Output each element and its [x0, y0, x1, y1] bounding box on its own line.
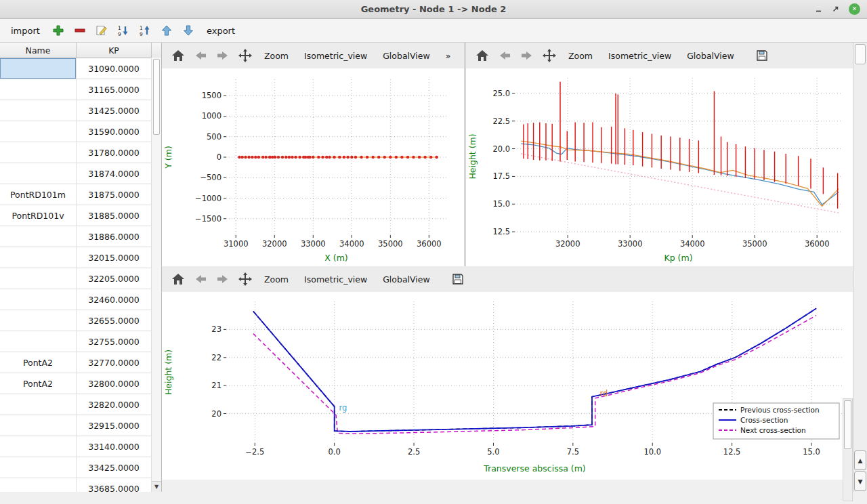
name-cell[interactable]: [0, 142, 77, 163]
zoom-button[interactable]: Zoom: [258, 47, 295, 64]
table-row[interactable]: 32015.0000: [0, 247, 161, 268]
zoom-button[interactable]: Zoom: [258, 271, 295, 288]
table-row[interactable]: 31090.0000: [0, 58, 161, 79]
table-row[interactable]: 32820.0000: [0, 394, 161, 415]
kp-cell[interactable]: 31165.0000: [77, 79, 152, 100]
home-icon[interactable]: [169, 272, 188, 287]
global-view-button[interactable]: GlobalView: [377, 271, 436, 288]
kp-cell[interactable]: 31425.0000: [77, 100, 152, 121]
save-icon[interactable]: [449, 272, 467, 287]
kp-cell[interactable]: 32820.0000: [77, 394, 152, 415]
restore-button[interactable]: [832, 5, 839, 13]
name-cell[interactable]: PontA2: [0, 352, 77, 373]
kp-cell[interactable]: 31590.0000: [77, 121, 152, 142]
kp-cell[interactable]: 31780.0000: [77, 142, 152, 163]
forward-icon[interactable]: [213, 49, 232, 62]
name-cell[interactable]: [0, 478, 77, 492]
import-button[interactable]: import: [8, 24, 43, 38]
table-row[interactable]: 31874.0000: [0, 163, 161, 184]
table-row[interactable]: 31165.0000: [0, 79, 161, 100]
column-header-name[interactable]: Name: [0, 43, 77, 58]
kp-cell[interactable]: 32800.0000: [77, 373, 152, 394]
kp-cell[interactable]: 31874.0000: [77, 163, 152, 184]
kp-cell[interactable]: 32770.0000: [77, 352, 152, 373]
table-row[interactable]: 32205.0000: [0, 268, 161, 289]
kp-cell[interactable]: 32915.0000: [77, 415, 152, 436]
isometric-view-button[interactable]: Isometric_view: [298, 47, 373, 64]
table-row[interactable]: 32755.0000: [0, 331, 161, 352]
back-icon[interactable]: [191, 49, 210, 62]
export-button[interactable]: export: [204, 24, 238, 38]
isometric-view-button[interactable]: Isometric_view: [298, 271, 373, 288]
move-down-icon[interactable]: [182, 24, 194, 37]
kp-cell[interactable]: 32655.0000: [77, 310, 152, 331]
table-row[interactable]: PontRD101m31875.0000: [0, 184, 161, 205]
home-icon[interactable]: [473, 48, 492, 63]
name-cell[interactable]: PontRD101m: [0, 184, 77, 205]
name-cell[interactable]: [0, 226, 77, 247]
kp-cell[interactable]: 32460.0000: [77, 289, 152, 310]
name-cell[interactable]: [0, 268, 77, 289]
name-cell[interactable]: [0, 79, 77, 100]
vertical-scrollbar[interactable]: ▲ ▼: [853, 43, 867, 492]
name-cell[interactable]: [0, 310, 77, 331]
table-row[interactable]: 32915.0000: [0, 415, 161, 436]
forward-icon[interactable]: [213, 272, 232, 286]
pan-icon[interactable]: [236, 271, 255, 287]
plan-view-chart[interactable]: 310003200033000340003500036000−1500−1000…: [162, 68, 464, 266]
add-row-icon[interactable]: [52, 24, 64, 37]
profile-chart[interactable]: 320003300034000350003600012.515.017.520.…: [466, 68, 853, 266]
name-cell[interactable]: [0, 457, 77, 478]
name-cell[interactable]: [0, 394, 77, 415]
minimize-button[interactable]: [815, 5, 822, 13]
table-row[interactable]: 31425.0000: [0, 100, 161, 121]
table-row[interactable]: 33425.0000: [0, 457, 161, 478]
table-row[interactable]: 32460.0000: [0, 289, 161, 310]
panel-scrollbar-thumb[interactable]: [844, 400, 851, 449]
kp-cell[interactable]: 31886.0000: [77, 226, 152, 247]
close-button[interactable]: ✕: [849, 3, 860, 15]
table-scrollbar-thumb[interactable]: [153, 59, 160, 135]
kp-cell[interactable]: 33425.0000: [77, 457, 152, 478]
move-up-icon[interactable]: [161, 24, 173, 37]
sort-ascending-icon[interactable]: 19: [139, 24, 151, 37]
name-cell[interactable]: [0, 415, 77, 436]
table-scroll-down-icon[interactable]: ▼: [152, 481, 161, 492]
kp-cell[interactable]: 32205.0000: [77, 268, 152, 289]
scroll-up-button[interactable]: ▲: [854, 450, 866, 470]
pan-icon[interactable]: [236, 47, 255, 64]
kp-cell[interactable]: 32015.0000: [77, 247, 152, 268]
table-row[interactable]: 32655.0000: [0, 310, 161, 331]
panel-scrollbar[interactable]: [843, 398, 853, 501]
forward-icon[interactable]: [517, 49, 536, 62]
edit-icon[interactable]: [96, 24, 108, 37]
vertical-scrollbar-thumb[interactable]: [855, 44, 866, 64]
kp-cell[interactable]: 31090.0000: [77, 58, 152, 79]
table-row[interactable]: PontA232770.0000: [0, 352, 161, 373]
name-cell[interactable]: PontA2: [0, 373, 77, 394]
name-cell[interactable]: [0, 100, 77, 121]
column-header-kp[interactable]: KP: [77, 43, 152, 58]
name-cell[interactable]: [0, 121, 77, 142]
name-cell[interactable]: [0, 436, 77, 457]
scroll-down-button[interactable]: ▼: [854, 471, 866, 491]
back-icon[interactable]: [191, 272, 210, 286]
global-view-button[interactable]: GlobalView: [377, 47, 436, 64]
table-row[interactable]: 33140.0000: [0, 436, 161, 457]
home-icon[interactable]: [169, 48, 188, 63]
isometric-view-button[interactable]: Isometric_view: [602, 47, 677, 64]
name-cell[interactable]: [0, 331, 77, 352]
table-row[interactable]: 31590.0000: [0, 121, 161, 142]
name-cell[interactable]: [0, 58, 77, 79]
kp-cell[interactable]: 33685.0000: [77, 478, 152, 492]
name-cell[interactable]: [0, 247, 77, 268]
remove-row-icon[interactable]: [74, 24, 86, 37]
toolbar-overflow-button[interactable]: »: [440, 47, 457, 64]
pan-icon[interactable]: [540, 47, 559, 64]
sort-descending-icon[interactable]: 19: [117, 24, 129, 37]
name-cell[interactable]: [0, 289, 77, 310]
name-cell[interactable]: PontRD101v: [0, 205, 77, 226]
save-icon[interactable]: [753, 48, 771, 63]
global-view-button[interactable]: GlobalView: [681, 47, 740, 64]
back-icon[interactable]: [495, 49, 514, 62]
